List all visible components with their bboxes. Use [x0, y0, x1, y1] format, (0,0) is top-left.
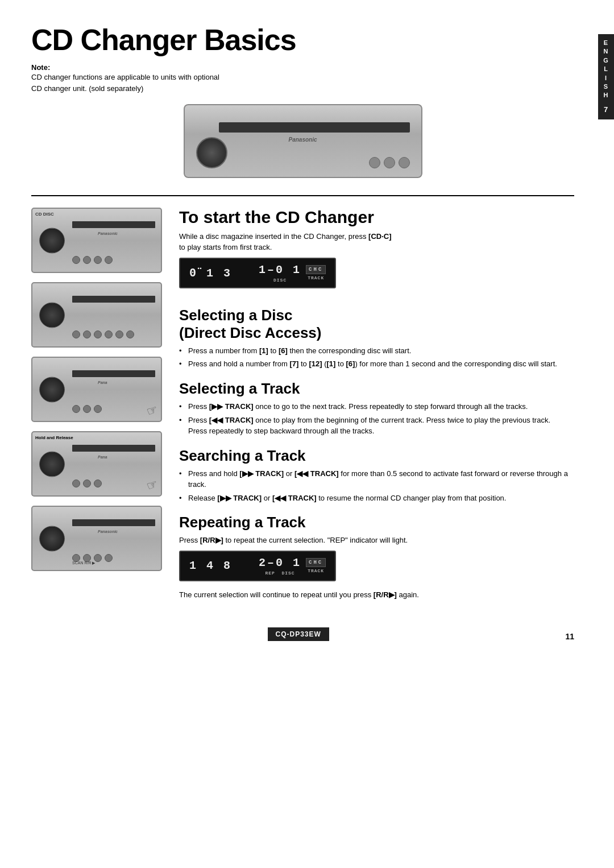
- thumb-btn-2b: [83, 330, 91, 338]
- lcd-display-2: 1 4 8 2–0 1 REP DISC CHC TRACK: [179, 551, 336, 581]
- section-outro-repeat: The current selection will continue to r…: [179, 589, 574, 601]
- side-tab: ENGLISH 7: [598, 34, 614, 119]
- note-text: CD changer functions are applicable to u…: [31, 73, 219, 93]
- section-title-search: Searching a Track: [179, 447, 574, 465]
- device-btn-1: [369, 157, 380, 168]
- lcd-rep-label-2: REP DISC: [265, 571, 294, 576]
- thumb-btn-4b: [83, 480, 91, 487]
- top-device-image: Panasonic: [184, 104, 422, 178]
- track-bullet-2: Press [◀◀ TRACK] once to play from the b…: [179, 415, 574, 437]
- thumb-btn-3c: [94, 405, 102, 413]
- section-title-repeat: Repeating a Track: [179, 514, 574, 531]
- lcd-disc-value-2: 2–0 1: [259, 556, 301, 569]
- note-label: Note:: [31, 63, 50, 72]
- lcd-group-track-2: CHC TRACK: [306, 558, 326, 573]
- lcd-separator-1: [241, 266, 250, 279]
- thumb-speaker-2: [39, 302, 65, 328]
- device-speaker-large: [196, 137, 227, 168]
- thumb-btn-2f: [126, 330, 134, 338]
- thumb-scan-label: SCAN R/R ▶: [72, 561, 95, 565]
- thumb-buttons-4: [72, 480, 102, 487]
- section-title-disc-main: Selecting a Disc: [179, 307, 292, 324]
- device-brand-large: Panasonic: [288, 137, 317, 143]
- device-thumb-4: Hold and Release Pana ☞: [31, 431, 162, 497]
- device-buttons-group: [369, 157, 410, 168]
- page-footer: CQ-DP33EW 11: [31, 622, 574, 641]
- thumb-slot-1: [72, 221, 155, 228]
- thumb-hand-4: ☞: [144, 476, 160, 494]
- thumb-brand-1: Panasonic: [98, 232, 118, 235]
- device-btn-2: [384, 157, 395, 168]
- thumb-btn-5d: [105, 554, 113, 562]
- disc-bullet-1: Press a number from [1] to [6] then the …: [179, 345, 574, 357]
- page-number: 11: [565, 632, 574, 641]
- thumb-label-1: CD DISC: [35, 212, 54, 217]
- thumb-buttons-3: [72, 405, 102, 413]
- page-content: CD Changer Basics Note: CD changer funct…: [0, 0, 614, 664]
- lcd-group-disc-2: 2–0 1 REP DISC: [259, 556, 301, 576]
- lcd-track-label-1: TRACK: [308, 275, 324, 280]
- lcd-track-label-2: TRACK: [308, 568, 324, 573]
- device-thumb-2: [31, 282, 162, 348]
- thumb-btn-2a: [72, 330, 80, 338]
- thumb-btn-2d: [105, 330, 113, 338]
- thumb-btn-1a: [72, 256, 80, 264]
- thumbnail-column: Panasonic CD DISC: [31, 208, 168, 605]
- thumb-brand-3: Pana: [98, 381, 107, 385]
- device-thumb-3: Pana ☞: [31, 357, 162, 422]
- thumb-slot-4: [72, 445, 155, 452]
- thumb-speaker-4: [39, 451, 65, 477]
- device-thumb-5: Panasonic SCAN R/R ▶: [31, 506, 162, 571]
- section-divider: [31, 195, 574, 196]
- side-tab-letters: ENGLISH: [600, 39, 612, 100]
- disc-bullet-list: Press a number from [1] to [6] then the …: [179, 345, 574, 370]
- section-title-track: Selecting a Track: [179, 380, 574, 398]
- model-badge: CQ-DP33EW: [268, 627, 329, 641]
- thumb-speaker-1: [39, 228, 65, 253]
- thumb-speaker-5: [39, 526, 65, 551]
- thumb-btn-3a: [72, 405, 80, 413]
- device-slot: [219, 122, 410, 133]
- thumb-buttons-1: [72, 256, 113, 264]
- right-content-column: To start the CD Changer While a disc mag…: [179, 208, 574, 605]
- note-section: Note: CD changer functions are applicabl…: [31, 63, 574, 94]
- device-thumb-1: Panasonic CD DISC: [31, 208, 162, 273]
- thumb-slot-3: [72, 370, 155, 377]
- section-intro-start: While a disc magazine inserted in the CD…: [179, 231, 574, 253]
- thumb-btn-3b: [83, 405, 91, 413]
- lcd-chc-1: CHC: [306, 265, 326, 274]
- thumb-hold-label: Hold and Release: [35, 435, 73, 440]
- thumb-btn-1d: [105, 256, 113, 264]
- lcd-disc-label-1: DISC: [273, 278, 287, 283]
- content-area: Panasonic CD DISC: [31, 208, 574, 605]
- disc-bullet-2: Press and hold a number from [7] to [12]…: [179, 358, 574, 370]
- section-title-start: To start the CD Changer: [179, 208, 574, 228]
- thumb-btn-4a: [72, 480, 80, 487]
- search-bullet-1: Press and hold [▶▶ TRACK] or [◀◀ TRACK] …: [179, 468, 574, 490]
- lcd-display-1: 0̈ 1 3 1–0 1 DISC CHC TRACK: [179, 258, 336, 288]
- device-btn-3: [399, 157, 410, 168]
- side-tab-number: 7: [600, 105, 612, 115]
- track-bullet-list: Press [▶▶ TRACK] once to go to the next …: [179, 401, 574, 437]
- thumb-btn-2c: [94, 330, 102, 338]
- page-title: CD Changer Basics: [31, 23, 574, 57]
- thumb-slot-5: [72, 519, 155, 526]
- thumb-buttons-2: [72, 330, 134, 338]
- lcd-digits-1: 0̈ 1 3: [189, 266, 232, 280]
- thumb-brand-5: Panasonic: [98, 530, 118, 534]
- lcd-separator-2: [241, 559, 250, 572]
- thumb-speaker-3: [39, 377, 65, 402]
- thumb-hand-3: ☞: [144, 402, 160, 419]
- track-bullet-1: Press [▶▶ TRACK] once to go to the next …: [179, 401, 574, 412]
- lcd-disc-value-1: 1–0 1: [259, 263, 301, 276]
- section-title-disc: Selecting a Disc (Direct Disc Access): [179, 307, 574, 342]
- thumb-btn-1b: [83, 256, 91, 264]
- section-title-disc-sub: (Direct Disc Access): [179, 324, 322, 341]
- thumb-btn-1c: [94, 256, 102, 264]
- lcd-chc-2: CHC: [306, 558, 326, 567]
- search-bullet-list: Press and hold [▶▶ TRACK] or [◀◀ TRACK] …: [179, 468, 574, 504]
- search-bullet-2: Release [▶▶ TRACK] or [◀◀ TRACK] to resu…: [179, 493, 574, 504]
- lcd-group-track-1: CHC TRACK: [306, 265, 326, 280]
- thumb-brand-4: Pana: [98, 455, 107, 459]
- thumb-btn-2e: [115, 330, 123, 338]
